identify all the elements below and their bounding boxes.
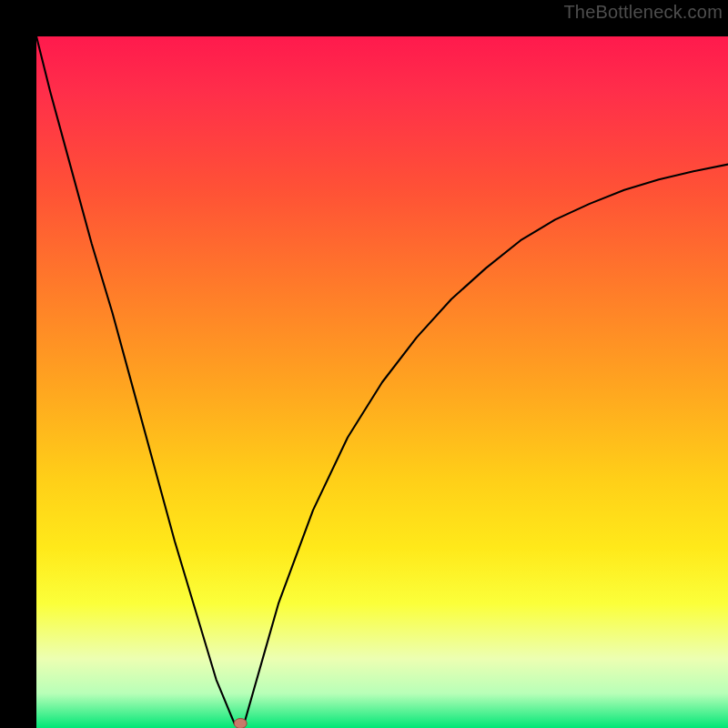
- bottleneck-curve: [36, 36, 728, 728]
- chart-frame: [18, 18, 710, 710]
- curve-path: [36, 36, 728, 724]
- minimum-marker: [234, 719, 247, 729]
- plot-area: [36, 36, 728, 728]
- watermark-label: TheBottleneck.com: [563, 2, 723, 23]
